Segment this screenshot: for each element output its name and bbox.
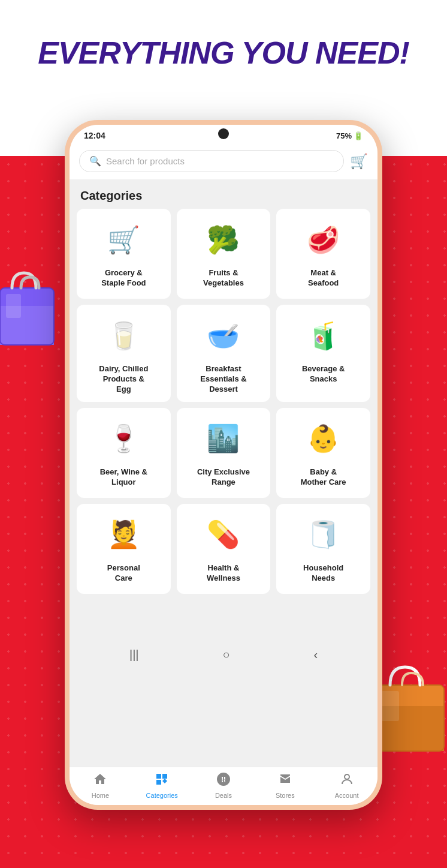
category-card-beer[interactable]: 🍷 Beer, Wine &Liquor bbox=[77, 408, 171, 498]
home-bar: ||| ○ ‹ bbox=[70, 642, 377, 670]
category-card-city[interactable]: 🏙️ City ExclusiveRange bbox=[177, 408, 271, 498]
bottom-nav: Home Categories % Deals Stores bbox=[70, 767, 377, 805]
search-bar-container: 🔍 Search for products 🛒 bbox=[70, 144, 377, 179]
main-headline: EVERYTHING YOU NEED! bbox=[0, 36, 447, 70]
deals-icon: % bbox=[216, 772, 231, 790]
time-display: 12:04 bbox=[84, 131, 105, 140]
category-image-personal: 💆 bbox=[99, 512, 147, 557]
category-label-city: City ExclusiveRange bbox=[197, 467, 250, 488]
decoration-bag-left bbox=[0, 264, 63, 354]
category-image-household: 🧻 bbox=[300, 512, 348, 557]
category-image-city: 🏙️ bbox=[200, 416, 247, 461]
category-image-beverage: 🧃 bbox=[300, 313, 348, 358]
category-card-breakfast[interactable]: 🥣 BreakfastEssentials &Dessert bbox=[177, 305, 271, 402]
nav-label-home: Home bbox=[92, 792, 109, 799]
category-card-personal[interactable]: 💆 PersonalCare bbox=[77, 504, 171, 594]
category-image-dairy: 🥛 bbox=[99, 313, 147, 358]
category-card-dairy[interactable]: 🥛 Dairy, ChilledProducts &Egg bbox=[77, 305, 171, 402]
home-button[interactable]: ○ bbox=[222, 648, 229, 662]
back-button[interactable]: ‹ bbox=[313, 648, 318, 662]
camera-notch bbox=[218, 128, 229, 139]
nav-label-categories: Categories bbox=[146, 792, 178, 799]
category-image-grocery: 🛒 bbox=[99, 217, 147, 262]
category-image-beer: 🍷 bbox=[99, 416, 147, 461]
category-card-fruits[interactable]: 🥦 Fruits &Vegetables bbox=[177, 209, 271, 299]
battery-display: 75% 🔋 bbox=[336, 131, 363, 140]
account-icon bbox=[340, 772, 354, 790]
category-label-health: Health &Wellness bbox=[207, 563, 240, 584]
category-image-baby: 👶 bbox=[300, 416, 348, 461]
category-grid: 🛒 Grocery &Staple Food 🥦 Fruits &Vegetab… bbox=[70, 209, 377, 594]
categories-title: Categories bbox=[70, 179, 377, 209]
nav-label-account: Account bbox=[335, 792, 359, 799]
svg-point-11 bbox=[345, 774, 349, 779]
svg-text:%: % bbox=[221, 777, 225, 783]
category-label-grocery: Grocery &Staple Food bbox=[101, 268, 146, 289]
stores-icon bbox=[278, 772, 292, 790]
status-bar: 12:04 75% 🔋 bbox=[70, 125, 377, 144]
category-card-household[interactable]: 🧻 HouseholdNeeds bbox=[276, 504, 370, 594]
nav-item-stores[interactable]: Stores bbox=[267, 772, 303, 799]
category-label-breakfast: BreakfastEssentials &Dessert bbox=[200, 364, 246, 395]
home-icon bbox=[93, 772, 107, 790]
search-input[interactable]: Search for products bbox=[106, 156, 185, 166]
recent-apps-button[interactable]: ||| bbox=[129, 648, 139, 662]
category-label-fruits: Fruits &Vegetables bbox=[203, 268, 244, 289]
category-card-grocery[interactable]: 🛒 Grocery &Staple Food bbox=[77, 209, 171, 299]
nav-label-deals: Deals bbox=[215, 792, 232, 799]
nav-item-categories[interactable]: Categories bbox=[144, 772, 180, 799]
nav-item-home[interactable]: Home bbox=[82, 772, 118, 799]
category-card-meat[interactable]: 🥩 Meat &Seafood bbox=[276, 209, 370, 299]
categories-icon bbox=[155, 772, 169, 790]
svg-rect-4 bbox=[6, 294, 21, 318]
category-label-beer: Beer, Wine &Liquor bbox=[100, 467, 147, 488]
category-image-health: 💊 bbox=[200, 512, 247, 557]
category-card-health[interactable]: 💊 Health &Wellness bbox=[177, 504, 271, 594]
category-label-household: HouseholdNeeds bbox=[303, 563, 343, 584]
category-image-meat: 🥩 bbox=[300, 217, 348, 262]
nav-item-account[interactable]: Account bbox=[329, 772, 365, 799]
category-card-baby[interactable]: 👶 Baby &Mother Care bbox=[276, 408, 370, 498]
cart-icon[interactable]: 🛒 bbox=[350, 153, 368, 170]
category-label-personal: PersonalCare bbox=[107, 563, 140, 584]
category-image-fruits: 🥦 bbox=[200, 217, 247, 262]
search-icon: 🔍 bbox=[89, 155, 101, 167]
phone-frame: 12:04 75% 🔋 🔍 Search for products 🛒 Cate… bbox=[65, 120, 382, 810]
category-label-baby: Baby &Mother Care bbox=[301, 467, 346, 488]
content-area: Categories 🛒 Grocery &Staple Food 🥦 Frui… bbox=[70, 179, 377, 642]
category-label-meat: Meat &Seafood bbox=[308, 268, 339, 289]
category-label-dairy: Dairy, ChilledProducts &Egg bbox=[99, 364, 148, 395]
search-input-wrap[interactable]: 🔍 Search for products bbox=[79, 150, 344, 172]
category-image-breakfast: 🥣 bbox=[200, 313, 247, 358]
svg-rect-8 bbox=[381, 691, 399, 721]
nav-item-deals[interactable]: % Deals bbox=[206, 772, 241, 799]
nav-label-stores: Stores bbox=[276, 792, 295, 799]
category-label-beverage: Beverage &Snacks bbox=[302, 364, 345, 385]
category-card-beverage[interactable]: 🧃 Beverage &Snacks bbox=[276, 305, 370, 402]
